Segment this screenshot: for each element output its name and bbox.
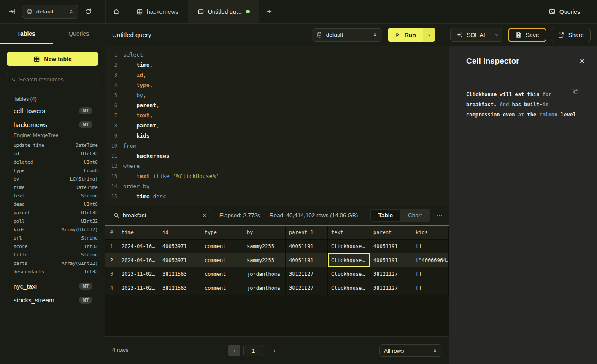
table-cell[interactable]: 40051191 xyxy=(370,253,412,267)
column-row[interactable]: descendantsInt32 xyxy=(7,267,98,276)
sidebar-item-cell-towers[interactable]: cell_towers MT xyxy=(7,104,98,118)
sql-ai-options-button[interactable] xyxy=(491,28,502,41)
column-header[interactable]: parent xyxy=(370,226,412,240)
page-prev-button[interactable]: ‹ xyxy=(228,345,240,356)
column-header[interactable]: # xyxy=(105,226,118,240)
code-line[interactable]: 15 time desc xyxy=(108,191,449,202)
database-selector[interactable]: default xyxy=(22,5,78,19)
column-row[interactable]: partsArray(UInt32) xyxy=(7,259,98,267)
table-cell[interactable]: ["40066964… xyxy=(412,253,449,267)
share-button[interactable]: Share xyxy=(551,28,591,42)
code-line[interactable]: 3 id, xyxy=(108,70,449,80)
table-cell[interactable]: 38121127 xyxy=(370,267,412,281)
code-line[interactable]: 6 parent, xyxy=(108,100,449,111)
column-header[interactable]: by xyxy=(243,226,286,240)
table-cell[interactable]: comment xyxy=(201,267,243,281)
view-tab-table[interactable]: Table xyxy=(371,210,400,221)
column-header[interactable]: id xyxy=(159,226,201,240)
save-button[interactable]: Save xyxy=(508,28,546,42)
table-cell[interactable]: [] xyxy=(412,240,449,253)
table-cell[interactable]: 40051191 xyxy=(286,240,328,253)
code-line[interactable]: 11 hackernews xyxy=(108,151,449,161)
code-line[interactable]: 10from xyxy=(108,141,449,151)
table-cell[interactable]: jordanthoms xyxy=(243,267,286,281)
tab-hackernews[interactable]: hackernews xyxy=(127,0,188,23)
column-row[interactable]: textString xyxy=(7,191,98,200)
code-line[interactable]: 2 time, xyxy=(108,60,449,70)
table-cell[interactable]: [] xyxy=(412,281,449,295)
table-cell[interactable]: Clickhouse… xyxy=(328,240,370,253)
results-more-icon[interactable]: ⋯ xyxy=(435,212,445,219)
table-cell[interactable]: 2023-11-02… xyxy=(118,281,159,295)
column-row[interactable]: deletedUInt8 xyxy=(7,158,98,166)
table-cell[interactable]: 2024-04-16… xyxy=(118,240,159,253)
sidebar-tab-tables[interactable]: Tables xyxy=(0,24,53,44)
sidebar-item-stocks-stream[interactable]: stocks_stream MT xyxy=(7,293,98,307)
code-line[interactable]: 1select xyxy=(108,50,449,60)
table-cell[interactable]: sammy2255 xyxy=(243,240,286,253)
table-cell[interactable]: 2024-04-16… xyxy=(118,253,159,267)
code-line[interactable]: 9 kids xyxy=(108,131,449,141)
column-header[interactable]: text xyxy=(328,226,370,240)
tab-untitled-query[interactable]: Untitled qu… xyxy=(188,0,259,23)
column-row[interactable]: deadUInt8 xyxy=(7,200,98,208)
code-line[interactable]: 13 text ilike '%ClickHouse%' xyxy=(108,171,449,181)
clear-search-icon[interactable]: × xyxy=(203,212,206,219)
page-size-selector[interactable]: All rows xyxy=(379,344,442,357)
table-cell[interactable]: 40053971 xyxy=(159,253,201,267)
table-cell[interactable]: 38121127 xyxy=(370,281,412,295)
code-line[interactable]: 5 by, xyxy=(108,90,449,100)
code-line[interactable]: 8 parent, xyxy=(108,121,449,131)
table-cell[interactable]: sammy2255 xyxy=(243,253,286,267)
run-button[interactable]: Run xyxy=(388,28,423,42)
query-database-selector[interactable]: default xyxy=(312,28,382,42)
close-icon[interactable]: ✕ xyxy=(579,57,585,66)
table-cell[interactable]: comment xyxy=(201,281,243,295)
search-resources-input[interactable] xyxy=(19,76,94,83)
column-row[interactable]: typeEnum8 xyxy=(7,166,98,175)
row-number[interactable]: 4 xyxy=(105,281,118,295)
column-row[interactable]: update_timeDateTime xyxy=(7,141,98,149)
table-cell[interactable]: 40051191 xyxy=(370,240,412,253)
queries-button[interactable]: Queries xyxy=(548,0,597,23)
table-cell[interactable]: 38121127 xyxy=(286,281,328,295)
table-cell[interactable]: 38121563 xyxy=(159,281,201,295)
column-row[interactable]: timeDateTime xyxy=(7,183,98,191)
column-row[interactable]: pollUInt32 xyxy=(7,217,98,225)
page-number-input[interactable] xyxy=(243,345,263,356)
table-cell[interactable]: 2023-11-02… xyxy=(118,267,159,281)
new-tab-button[interactable]: + xyxy=(259,0,279,23)
refresh-icon[interactable] xyxy=(85,8,92,15)
table-cell[interactable]: 38121563 xyxy=(159,267,201,281)
sidebar-item-nyc-taxi[interactable]: nyc_taxi MT xyxy=(7,279,98,293)
tab-home[interactable] xyxy=(105,0,127,23)
table-cell[interactable]: jordanthoms xyxy=(243,281,286,295)
column-row[interactable]: parentUInt32 xyxy=(7,208,98,217)
code-line[interactable]: 14order by xyxy=(108,181,449,191)
collapse-sidebar-icon[interactable] xyxy=(8,8,16,15)
code-line[interactable]: 7 text, xyxy=(108,111,449,121)
column-header[interactable]: kids xyxy=(412,226,449,240)
table-cell[interactable]: Clickhouse… xyxy=(328,281,370,295)
sidebar-item-hackernews[interactable]: hackernews MT xyxy=(7,118,98,132)
sql-ai-button[interactable]: SQL AI xyxy=(451,32,491,38)
column-row[interactable]: scoreInt32 xyxy=(7,242,98,251)
table-cell[interactable]: Clickhouse… xyxy=(328,253,370,267)
row-number[interactable]: 3 xyxy=(105,267,118,281)
table-cell[interactable]: comment xyxy=(201,253,243,267)
sql-editor[interactable]: 1select2 time,3 id,4 type,5 by,6 parent,… xyxy=(105,46,449,206)
results-search-input[interactable] xyxy=(123,212,200,218)
column-row[interactable]: byLC(String) xyxy=(7,175,98,183)
table-cell[interactable]: [] xyxy=(412,267,449,281)
view-tab-chart[interactable]: Chart xyxy=(400,210,430,221)
code-line[interactable]: 4 type, xyxy=(108,80,449,90)
sidebar-tab-queries[interactable]: Queries xyxy=(53,24,105,44)
column-row[interactable]: titleString xyxy=(7,251,98,259)
new-table-button[interactable]: New table xyxy=(7,52,98,66)
table-cell[interactable]: 40053971 xyxy=(159,240,201,253)
run-options-button[interactable] xyxy=(423,28,435,42)
page-next-button[interactable]: › xyxy=(269,345,279,356)
table-cell[interactable]: 38121127 xyxy=(286,267,328,281)
column-row[interactable]: kidsArray(UInt32) xyxy=(7,225,98,234)
column-header[interactable]: type xyxy=(201,226,243,240)
